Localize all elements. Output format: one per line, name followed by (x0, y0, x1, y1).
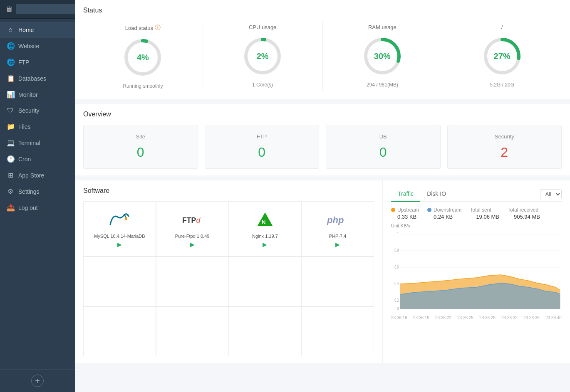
svg-text:d: d (196, 216, 201, 224)
gauges-row: Load status ⓘ 4% Running smoothly CPU us… (83, 21, 562, 92)
sidebar-item-cron[interactable]: 🕐 Cron (0, 151, 75, 167)
x-label-1: 23:36:19 (413, 316, 429, 320)
gauge-load: Load status ⓘ 4% Running smoothly (83, 21, 203, 92)
x-label-0: 23:36:16 (391, 316, 407, 320)
gauge-cpu-value: 2% (257, 52, 269, 61)
gauge-disk-value: 27% (494, 52, 511, 61)
sidebar-item-terminal[interactable]: 💻 Terminal (0, 135, 75, 151)
overview-section: Overview Site 0 FTP 0 DB 0 Security 2 (75, 104, 570, 175)
software-item-empty-3 (229, 256, 302, 306)
software-item-mysql[interactable]: MySQL 10.4.14-MariaDB ▶ (83, 201, 156, 256)
gauge-load-sub: Running smoothly (123, 83, 163, 89)
sidebar-item-ftp-label: FTP (18, 59, 29, 66)
software-item-php[interactable]: php PHP-7.4 ▶ (301, 201, 374, 256)
chart-x-labels: 23:36:16 23:36:19 23:36:22 23:36:25 23:3… (391, 316, 562, 320)
software-mysql-name: MySQL 10.4.14-MariaDB (94, 233, 145, 239)
gauge-ram-sub: 294 / 981(MB) (367, 82, 398, 88)
sidebar-item-logout[interactable]: 📤 Log out (0, 200, 75, 216)
sidebar-item-appstore[interactable]: ⊞ App Store (0, 167, 75, 183)
sidebar-item-home[interactable]: ⌂ Home (0, 22, 75, 38)
overview-db-value: 0 (335, 145, 432, 160)
gauge-disk-container: 27% (481, 35, 523, 77)
gauge-disk-sub: 5.2G / 20G (490, 82, 514, 88)
overview-ftp-value: 0 (213, 145, 311, 160)
svg-text:0.2: 0.2 (394, 298, 399, 303)
software-php-name: PHP-7.4 (329, 233, 347, 239)
overview-card-db[interactable]: DB 0 (326, 125, 441, 169)
stat-total-received: Total received 905.94 MB (508, 207, 540, 220)
sidebar: 🖥 1 ⌂ Home 🌐 Website 🌐 FTP 📋 Databases 📊… (0, 0, 75, 392)
traffic-tabs: Traffic Disk IO All (391, 187, 562, 202)
software-item-empty-4 (301, 256, 374, 306)
software-item-empty-6 (156, 306, 229, 356)
software-nginx-run: ▶ (263, 241, 267, 248)
upstream-label: Upstream (397, 207, 419, 213)
add-button[interactable]: + (31, 375, 44, 387)
tab-diskio[interactable]: Disk IO (420, 187, 453, 202)
sidebar-item-home-label: Home (18, 27, 34, 33)
sidebar-item-monitor-label: Monitor (18, 91, 38, 98)
x-label-3: 23:36:25 (457, 316, 473, 320)
php-icon: php (327, 213, 349, 227)
sidebar-item-logout-label: Log out (18, 205, 38, 211)
traffic-stats: Upstream 0.33 KB Downstream 0.24 KB Tota… (391, 207, 562, 220)
sidebar-item-files[interactable]: 📁 Files (0, 118, 75, 135)
downstream-value: 0.24 KB (427, 214, 461, 220)
appstore-icon: ⊞ (7, 171, 14, 179)
search-input[interactable] (16, 4, 75, 14)
downstream-label: Downstream (434, 207, 461, 213)
overview-security-value: 2 (456, 145, 553, 160)
gauge-ram-value: 30% (374, 52, 391, 61)
sidebar-item-databases[interactable]: 📋 Databases (0, 70, 75, 86)
software-item-ftpd[interactable]: FTP d Pure-Ftpd 1.0.49 ▶ (156, 201, 229, 256)
bottom-row: Software MySQL 10.4.14-MariaDB ▶ (75, 180, 570, 363)
chart-svg: 1 0.8 0.6 0.4 0.2 0 (391, 230, 562, 313)
gauge-cpu-label: CPU usage (249, 24, 276, 30)
ftp-icon: 🌐 (7, 58, 14, 66)
overview-card-ftp[interactable]: FTP 0 (205, 125, 320, 169)
mysql-icon (109, 213, 129, 227)
overview-card-security[interactable]: Security 2 (447, 125, 562, 169)
settings-icon: ⚙ (7, 187, 14, 195)
svg-text:php: php (327, 215, 344, 225)
gauge-load-container: 4% (122, 37, 164, 78)
website-icon: 🌐 (7, 42, 14, 50)
overview-db-label: DB (335, 133, 432, 140)
svg-text:0.8: 0.8 (394, 248, 399, 253)
gauge-ram-container: 30% (362, 35, 403, 77)
sidebar-item-security[interactable]: 🛡 Security (0, 103, 75, 118)
cron-icon: 🕐 (7, 155, 14, 163)
sidebar-item-website[interactable]: 🌐 Website (0, 38, 75, 54)
tab-traffic[interactable]: Traffic (391, 187, 420, 202)
gauge-cpu: CPU usage 2% 1 Core(s) (203, 21, 323, 91)
gauge-load-label: Load status ⓘ (125, 24, 161, 32)
monitor-icon: 📊 (7, 91, 14, 99)
gauge-cpu-sub: 1 Core(s) (252, 82, 273, 88)
sidebar-item-settings[interactable]: ⚙ Settings (0, 183, 75, 200)
home-icon: ⌂ (7, 26, 14, 34)
sidebar-item-databases-label: Databases (18, 75, 46, 82)
sidebar-item-ftp[interactable]: 🌐 FTP (0, 54, 75, 70)
total-received-label: Total received (508, 207, 538, 213)
x-label-4: 23:36:28 (479, 316, 496, 320)
software-item-empty-8 (301, 306, 374, 356)
software-ftpd-name: Pure-Ftpd 1.0.49 (175, 233, 210, 239)
overview-site-label: Site (92, 133, 189, 140)
ftpd-icon: FTP d (182, 213, 202, 227)
software-title: Software (83, 187, 374, 195)
status-section: Status Load status ⓘ 4% Running smoothly (75, 0, 570, 99)
gauge-cpu-container: 2% (242, 35, 283, 77)
sidebar-item-monitor[interactable]: 📊 Monitor (0, 86, 75, 103)
info-icon[interactable]: ⓘ (155, 24, 161, 32)
screen-icon: 🖥 (5, 5, 12, 14)
svg-text:0: 0 (397, 306, 399, 311)
software-grid: MySQL 10.4.14-MariaDB ▶ FTP d Pure-Ftpd … (83, 201, 374, 356)
databases-icon: 📋 (7, 74, 14, 82)
software-item-nginx[interactable]: N Nginx 1.19.7 ▶ (229, 201, 302, 256)
overview-card-site[interactable]: Site 0 (83, 125, 198, 169)
software-nginx-name: Nginx 1.19.7 (252, 233, 278, 239)
status-title: Status (83, 7, 562, 14)
php-logo: php (327, 210, 349, 230)
gauge-ram-label: RAM usage (368, 24, 397, 30)
traffic-filter-select[interactable]: All (540, 189, 562, 199)
